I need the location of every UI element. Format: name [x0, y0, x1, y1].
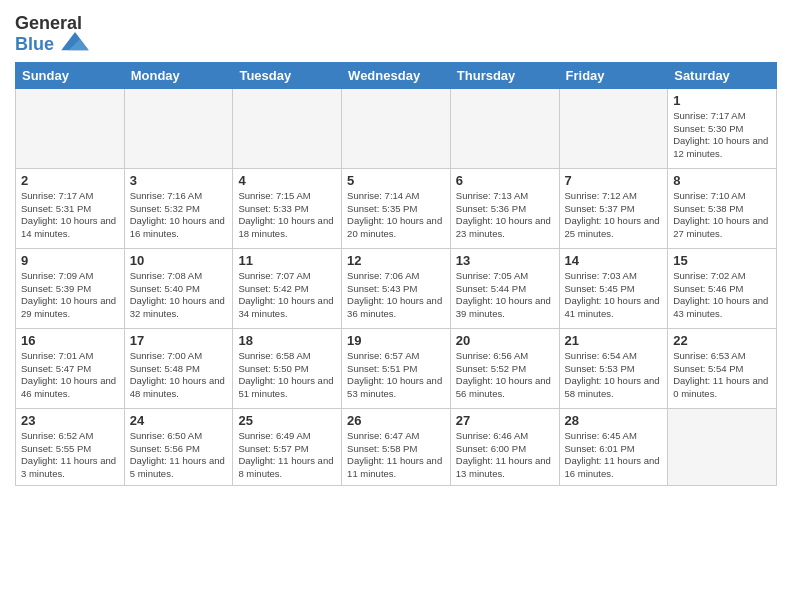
calendar-cell: 21Sunrise: 6:54 AM Sunset: 5:53 PM Dayli… — [559, 328, 668, 408]
day-info: Sunrise: 7:08 AM Sunset: 5:40 PM Dayligh… — [130, 270, 228, 321]
day-info: Sunrise: 7:03 AM Sunset: 5:45 PM Dayligh… — [565, 270, 663, 321]
calendar-cell: 16Sunrise: 7:01 AM Sunset: 5:47 PM Dayli… — [16, 328, 125, 408]
calendar-cell: 18Sunrise: 6:58 AM Sunset: 5:50 PM Dayli… — [233, 328, 342, 408]
calendar-cell: 25Sunrise: 6:49 AM Sunset: 5:57 PM Dayli… — [233, 408, 342, 485]
calendar-table: SundayMondayTuesdayWednesdayThursdayFrid… — [15, 62, 777, 486]
day-info: Sunrise: 6:58 AM Sunset: 5:50 PM Dayligh… — [238, 350, 336, 401]
day-info: Sunrise: 7:17 AM Sunset: 5:31 PM Dayligh… — [21, 190, 119, 241]
day-number: 9 — [21, 253, 119, 268]
weekday-header-monday: Monday — [124, 62, 233, 88]
day-number: 23 — [21, 413, 119, 428]
weekday-header-sunday: Sunday — [16, 62, 125, 88]
day-info: Sunrise: 7:05 AM Sunset: 5:44 PM Dayligh… — [456, 270, 554, 321]
calendar-cell — [559, 88, 668, 168]
calendar-cell: 3Sunrise: 7:16 AM Sunset: 5:32 PM Daylig… — [124, 168, 233, 248]
calendar-week-3: 16Sunrise: 7:01 AM Sunset: 5:47 PM Dayli… — [16, 328, 777, 408]
day-info: Sunrise: 7:00 AM Sunset: 5:48 PM Dayligh… — [130, 350, 228, 401]
weekday-header-tuesday: Tuesday — [233, 62, 342, 88]
calendar-week-2: 9Sunrise: 7:09 AM Sunset: 5:39 PM Daylig… — [16, 248, 777, 328]
day-info: Sunrise: 6:54 AM Sunset: 5:53 PM Dayligh… — [565, 350, 663, 401]
calendar-cell: 11Sunrise: 7:07 AM Sunset: 5:42 PM Dayli… — [233, 248, 342, 328]
day-number: 20 — [456, 333, 554, 348]
calendar-cell: 23Sunrise: 6:52 AM Sunset: 5:55 PM Dayli… — [16, 408, 125, 485]
calendar-cell — [233, 88, 342, 168]
day-number: 15 — [673, 253, 771, 268]
calendar-cell: 1Sunrise: 7:17 AM Sunset: 5:30 PM Daylig… — [668, 88, 777, 168]
logo-text: General Blue — [15, 14, 89, 56]
day-info: Sunrise: 7:16 AM Sunset: 5:32 PM Dayligh… — [130, 190, 228, 241]
day-info: Sunrise: 7:10 AM Sunset: 5:38 PM Dayligh… — [673, 190, 771, 241]
day-number: 4 — [238, 173, 336, 188]
day-number: 16 — [21, 333, 119, 348]
day-info: Sunrise: 7:07 AM Sunset: 5:42 PM Dayligh… — [238, 270, 336, 321]
calendar-cell: 6Sunrise: 7:13 AM Sunset: 5:36 PM Daylig… — [450, 168, 559, 248]
day-info: Sunrise: 6:49 AM Sunset: 5:57 PM Dayligh… — [238, 430, 336, 481]
calendar-cell: 20Sunrise: 6:56 AM Sunset: 5:52 PM Dayli… — [450, 328, 559, 408]
day-number: 24 — [130, 413, 228, 428]
calendar-cell: 27Sunrise: 6:46 AM Sunset: 6:00 PM Dayli… — [450, 408, 559, 485]
day-number: 21 — [565, 333, 663, 348]
day-info: Sunrise: 7:17 AM Sunset: 5:30 PM Dayligh… — [673, 110, 771, 161]
day-info: Sunrise: 7:06 AM Sunset: 5:43 PM Dayligh… — [347, 270, 445, 321]
day-number: 26 — [347, 413, 445, 428]
day-info: Sunrise: 6:50 AM Sunset: 5:56 PM Dayligh… — [130, 430, 228, 481]
calendar-cell: 24Sunrise: 6:50 AM Sunset: 5:56 PM Dayli… — [124, 408, 233, 485]
calendar-cell: 10Sunrise: 7:08 AM Sunset: 5:40 PM Dayli… — [124, 248, 233, 328]
day-info: Sunrise: 7:15 AM Sunset: 5:33 PM Dayligh… — [238, 190, 336, 241]
day-number: 18 — [238, 333, 336, 348]
day-number: 2 — [21, 173, 119, 188]
calendar-cell: 7Sunrise: 7:12 AM Sunset: 5:37 PM Daylig… — [559, 168, 668, 248]
calendar-week-1: 2Sunrise: 7:17 AM Sunset: 5:31 PM Daylig… — [16, 168, 777, 248]
calendar-cell: 22Sunrise: 6:53 AM Sunset: 5:54 PM Dayli… — [668, 328, 777, 408]
calendar-cell: 13Sunrise: 7:05 AM Sunset: 5:44 PM Dayli… — [450, 248, 559, 328]
day-info: Sunrise: 6:46 AM Sunset: 6:00 PM Dayligh… — [456, 430, 554, 481]
day-number: 25 — [238, 413, 336, 428]
day-number: 7 — [565, 173, 663, 188]
day-number: 8 — [673, 173, 771, 188]
day-number: 5 — [347, 173, 445, 188]
calendar-cell: 12Sunrise: 7:06 AM Sunset: 5:43 PM Dayli… — [342, 248, 451, 328]
day-info: Sunrise: 7:12 AM Sunset: 5:37 PM Dayligh… — [565, 190, 663, 241]
day-info: Sunrise: 6:45 AM Sunset: 6:01 PM Dayligh… — [565, 430, 663, 481]
day-number: 10 — [130, 253, 228, 268]
main-container: General Blue SundayMondayTuesdayWednesda… — [0, 0, 792, 496]
weekday-header-wednesday: Wednesday — [342, 62, 451, 88]
day-info: Sunrise: 7:02 AM Sunset: 5:46 PM Dayligh… — [673, 270, 771, 321]
weekday-header-thursday: Thursday — [450, 62, 559, 88]
calendar-cell: 28Sunrise: 6:45 AM Sunset: 6:01 PM Dayli… — [559, 408, 668, 485]
day-number: 17 — [130, 333, 228, 348]
day-number: 19 — [347, 333, 445, 348]
day-info: Sunrise: 6:57 AM Sunset: 5:51 PM Dayligh… — [347, 350, 445, 401]
day-info: Sunrise: 7:01 AM Sunset: 5:47 PM Dayligh… — [21, 350, 119, 401]
day-number: 14 — [565, 253, 663, 268]
calendar-cell: 4Sunrise: 7:15 AM Sunset: 5:33 PM Daylig… — [233, 168, 342, 248]
weekday-header-row: SundayMondayTuesdayWednesdayThursdayFrid… — [16, 62, 777, 88]
calendar-cell — [342, 88, 451, 168]
calendar-cell: 9Sunrise: 7:09 AM Sunset: 5:39 PM Daylig… — [16, 248, 125, 328]
calendar-cell — [668, 408, 777, 485]
day-info: Sunrise: 6:56 AM Sunset: 5:52 PM Dayligh… — [456, 350, 554, 401]
day-number: 27 — [456, 413, 554, 428]
weekday-header-saturday: Saturday — [668, 62, 777, 88]
day-number: 12 — [347, 253, 445, 268]
calendar-cell: 19Sunrise: 6:57 AM Sunset: 5:51 PM Dayli… — [342, 328, 451, 408]
calendar-cell: 8Sunrise: 7:10 AM Sunset: 5:38 PM Daylig… — [668, 168, 777, 248]
day-info: Sunrise: 7:09 AM Sunset: 5:39 PM Dayligh… — [21, 270, 119, 321]
day-info: Sunrise: 7:14 AM Sunset: 5:35 PM Dayligh… — [347, 190, 445, 241]
calendar-cell: 14Sunrise: 7:03 AM Sunset: 5:45 PM Dayli… — [559, 248, 668, 328]
day-number: 1 — [673, 93, 771, 108]
calendar-cell: 26Sunrise: 6:47 AM Sunset: 5:58 PM Dayli… — [342, 408, 451, 485]
calendar-week-4: 23Sunrise: 6:52 AM Sunset: 5:55 PM Dayli… — [16, 408, 777, 485]
calendar-cell — [450, 88, 559, 168]
day-number: 3 — [130, 173, 228, 188]
day-info: Sunrise: 6:47 AM Sunset: 5:58 PM Dayligh… — [347, 430, 445, 481]
day-info: Sunrise: 6:53 AM Sunset: 5:54 PM Dayligh… — [673, 350, 771, 401]
calendar-cell — [124, 88, 233, 168]
calendar-week-0: 1Sunrise: 7:17 AM Sunset: 5:30 PM Daylig… — [16, 88, 777, 168]
day-number: 22 — [673, 333, 771, 348]
logo-icon — [61, 32, 89, 54]
day-info: Sunrise: 7:13 AM Sunset: 5:36 PM Dayligh… — [456, 190, 554, 241]
logo: General Blue — [15, 14, 89, 56]
calendar-cell: 17Sunrise: 7:00 AM Sunset: 5:48 PM Dayli… — [124, 328, 233, 408]
calendar-cell: 5Sunrise: 7:14 AM Sunset: 5:35 PM Daylig… — [342, 168, 451, 248]
